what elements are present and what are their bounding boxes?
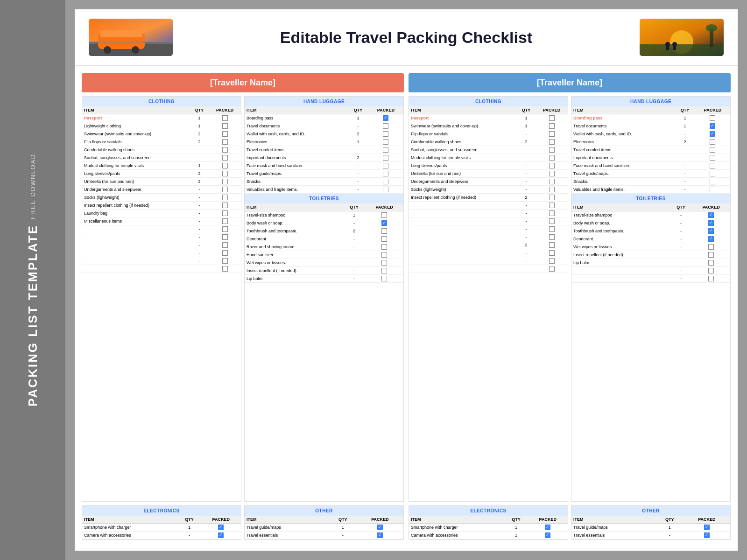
traveller1-clothing-section: CLOTHING ITEM QTY PACKED Passport1Lightw (82, 96, 241, 502)
traveller1-bottom-tables: ELECTRONICS ITEM QTY PACKED Smartphone w (82, 505, 404, 540)
table-row: Travel guide/maps.- (571, 170, 730, 178)
col-packed-t2: PACKED (692, 203, 730, 211)
traveller1-clothing-header: CLOTHING (82, 97, 241, 106)
table-row: Wet wipes or tissues.- (571, 243, 730, 251)
svg-point-11 (706, 24, 717, 32)
table-row: Socks (lightweight)- (82, 194, 241, 202)
table-row: Face mask and hand sanitizer.- (245, 162, 403, 170)
table-row: 2 (409, 241, 568, 249)
header: Editable Travel Packing Checklist (75, 9, 738, 66)
table-row: Insect repellent (if needed).- (571, 251, 730, 259)
table-row: Valuables and fragile items.- (245, 186, 403, 194)
col-packed-e: PACKED (201, 516, 241, 524)
table-row: - (409, 202, 568, 210)
col-qty-hl: QTY (348, 106, 368, 114)
table-row: Swimwear (swimsuits and cover-up)2 (82, 130, 241, 138)
table-row: Flip-flops or sandals- (409, 130, 568, 138)
traveller2-bottom-tables: ELECTRONICS ITEM QTY PACKED Smartphone w (409, 505, 731, 540)
table-row: Important documents- (571, 154, 730, 162)
traveller1-electronics-table: ITEM QTY PACKED Smartphone with charger1… (82, 516, 241, 539)
traveller1-column: [Traveller Name] CLOTHING ITEM QTY PACKE… (82, 73, 404, 540)
table-row: Undergarments and sleepwear- (409, 178, 568, 186)
col-item-hl2: ITEM (571, 106, 675, 114)
table-row: Travel-size shampoo1 (245, 211, 403, 219)
table-row: Passport1 (409, 114, 568, 122)
table-row: Miscellaneous items- (82, 217, 241, 225)
svg-rect-15 (673, 44, 676, 50)
col-packed-hl: PACKED (368, 106, 403, 114)
traveller2-main-tables: CLOTHING ITEM QTY PACKED Passport1Swimwe (409, 96, 731, 502)
table-row: Passport1 (82, 114, 241, 122)
table-row: Swimwear (swimsuits and cover-up)1 (409, 122, 568, 130)
table-row: Hand sanitizer.- (245, 251, 403, 259)
table-row: Travel guide/maps1 (245, 524, 403, 532)
table-row: Comfortable walking shoes2 (409, 138, 568, 146)
table-row: - (82, 233, 241, 241)
table-row: - (82, 241, 241, 249)
col-qty-hl2: QTY (675, 106, 695, 114)
traveller2-handluggage-header: HAND LUGGAGE (571, 97, 730, 106)
table-row: Long sleeves/pants- (409, 162, 568, 170)
svg-rect-3 (100, 30, 142, 37)
table-row: Travel guide/maps1 (571, 524, 730, 532)
traveller1-electronics-section: ELECTRONICS ITEM QTY PACKED Smartphone w (82, 505, 241, 540)
col-packed: PACKED (209, 106, 241, 114)
table-row: Toothbrush and toothpaste.- (571, 227, 730, 235)
col-qty-c2: QTY (517, 106, 536, 114)
table-row: Electronics1 (245, 138, 403, 146)
col-packed-t: PACKED (365, 203, 403, 211)
table-row: Body wash or soap.- (245, 219, 403, 227)
table-row: Toothbrush and toothpaste.2 (245, 227, 403, 235)
table-row: Camera with accessories- (82, 532, 241, 539)
table-row: Travel documents1 (571, 122, 730, 130)
traveller2-other-header: OTHER (571, 506, 730, 516)
col-qty-e2: QTY (505, 516, 528, 524)
sidebar-main-title: PACKING LIST TEMPLATE (26, 224, 40, 406)
table-row: Socks (lightweight)- (409, 186, 568, 194)
table-row: Umbrella (for sun and rain)2 (82, 178, 241, 186)
document: Editable Travel Packing Checklist (75, 9, 738, 551)
table-row: Travel essentials- (245, 532, 403, 539)
col-packed-hl2: PACKED (695, 106, 730, 114)
main-content: Editable Travel Packing Checklist (65, 0, 747, 560)
table-row: Boarding pass1 (245, 114, 403, 122)
traveller1-other-table: ITEM QTY PACKED Travel guide/maps1Travel… (245, 516, 403, 539)
table-row: - (82, 257, 241, 265)
col-qty-o2: QTY (656, 516, 684, 524)
traveller2-clothing-header: CLOTHING (409, 97, 568, 106)
table-row: Important documents2 (245, 154, 403, 162)
col-qty-e: QTY (178, 516, 201, 524)
traveller1-toiletries-table: ITEM QTY PACKED Travel-size shampoo1Body… (245, 203, 403, 283)
col-item-o2: ITEM (571, 516, 656, 524)
table-row: - (571, 275, 730, 283)
table-row: Travel essentials- (571, 532, 730, 539)
header-title: Editable Travel Packing Checklist (173, 28, 640, 47)
col-item-o: ITEM (245, 516, 329, 524)
table-row: Smartphone with charger1 (82, 524, 241, 532)
svg-point-5 (132, 46, 139, 54)
table-row: Flip-flops or sandals2 (82, 138, 241, 146)
traveller2-clothing-table: ITEM QTY PACKED Passport1Swimwear (swims… (409, 106, 568, 273)
table-row: Undergarments and sleepwear- (82, 186, 241, 194)
col-item-hl: ITEM (245, 106, 348, 114)
table-row: Sunhat, sunglasses, and sunscreen- (409, 146, 568, 154)
col-item-e: ITEM (82, 516, 178, 524)
table-row: Insect repellent (if needed).- (245, 267, 403, 275)
col-item-c2: ITEM (409, 106, 517, 114)
table-row: Valuables and fragile items.- (571, 186, 730, 194)
table-row: Modest clothing for temple visits- (409, 154, 568, 162)
col-item: ITEM (82, 106, 190, 114)
traveller2-name-bar: [Traveller Name] (409, 73, 731, 92)
traveller2-toiletries-table: ITEM QTY PACKED Travel-size shampoo-Body… (571, 203, 730, 283)
col-qty-t: QTY (343, 203, 366, 211)
table-row: Snacks.- (245, 178, 403, 186)
sidebar-free-text: FREE DOWNLOAD (29, 154, 36, 219)
col-packed-o: PACKED (357, 516, 403, 524)
table-row: - (409, 257, 568, 265)
table-row: - (409, 265, 568, 273)
table-row: - (82, 249, 241, 257)
svg-rect-6 (89, 41, 173, 44)
svg-point-4 (104, 46, 111, 54)
traveller2-column: [Traveller Name] CLOTHING ITEM QTY PACKE… (409, 73, 731, 540)
table-row: Modest clothing for temple visits1 (82, 162, 241, 170)
